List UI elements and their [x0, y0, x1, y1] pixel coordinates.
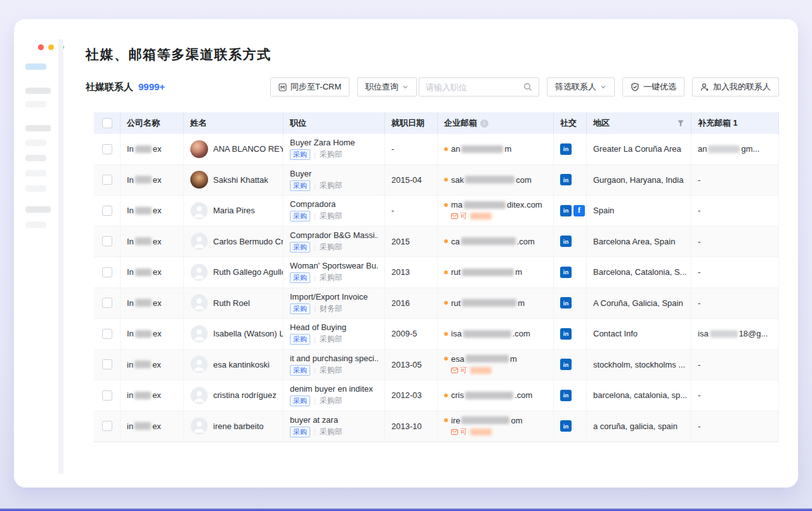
redacted-blur [462, 299, 516, 307]
redacted-blur [466, 355, 509, 362]
redacted-blur [461, 416, 509, 424]
one-click-optimize-button[interactable]: 一键优选 [622, 77, 684, 96]
start-date: - [391, 144, 394, 154]
list-label: 社媒联系人 [86, 81, 133, 93]
facebook-icon[interactable]: f [573, 205, 585, 216]
filter-button-label: 筛选联系人 [555, 81, 596, 93]
row-checkbox[interactable] [102, 175, 112, 185]
table-row: inexcristina rodríguezdenim buyer en ind… [94, 380, 779, 411]
search-icon[interactable] [523, 83, 532, 91]
redacted-blur [461, 237, 516, 245]
department-label: 财务部 [320, 303, 343, 314]
company-cell: Inex [121, 165, 184, 196]
contacts-table: 公司名称姓名职位就职日期企业邮箱i社交地区补充邮箱 1 InexANA BLAN… [94, 112, 779, 442]
row-select-cell [94, 380, 121, 411]
text-segment: ca [451, 237, 460, 246]
linkedin-icon[interactable]: in [560, 205, 572, 216]
department-label: 采购部 [320, 334, 343, 345]
position-tag: 采购 [290, 303, 310, 314]
text-segment: ex [152, 360, 161, 369]
text-segment: cris [451, 390, 464, 400]
row-checkbox[interactable] [102, 144, 112, 154]
text-segment: ex [153, 144, 162, 154]
email-cell: isa.com [438, 319, 554, 349]
row-checkbox[interactable] [102, 267, 112, 277]
email-text: ireom [451, 416, 523, 425]
sync-button-label: 同步至T-CRM [291, 81, 341, 93]
region-text: a coruña, galicia, spain [593, 421, 678, 431]
badge-check-icon [631, 83, 639, 91]
company-name: Inex [127, 329, 162, 338]
linkedin-icon[interactable]: in [560, 420, 572, 432]
company-name: Inex [127, 298, 162, 308]
linkedin-icon[interactable]: in [560, 143, 572, 155]
sync-to-crm-button[interactable]: 同步至T-CRM [270, 77, 350, 96]
company-cell: Inex [121, 196, 184, 226]
email-status-dot [444, 332, 448, 336]
extra-email-cell: - [691, 288, 779, 319]
select-all-checkbox[interactable] [102, 118, 112, 128]
email-line: anm [444, 144, 511, 154]
email-cell: ca.com [438, 227, 554, 257]
row-checkbox[interactable] [102, 390, 112, 401]
row-checkbox[interactable] [102, 298, 112, 308]
minimize-window-button[interactable] [48, 44, 54, 50]
close-window-button[interactable] [38, 44, 44, 50]
text-segment: m [510, 354, 517, 364]
page-title: 社媒、邮箱等多渠道联系方式 [86, 46, 779, 63]
contact-name: Ruth Roel [213, 298, 250, 308]
position-tags: 采购|采购部 [290, 149, 343, 160]
filter-icon[interactable] [677, 119, 684, 127]
position-tag: 采购 [290, 395, 310, 406]
row-select-cell [94, 350, 121, 380]
filter-contacts-button[interactable]: 筛选联系人 [547, 77, 615, 96]
region-cell: Contact Info [587, 319, 691, 349]
info-icon[interactable]: i [480, 119, 488, 128]
email-cell: rutm [438, 288, 554, 319]
row-checkbox[interactable] [102, 329, 112, 339]
row-checkbox[interactable] [102, 359, 112, 369]
redacted-blur [134, 361, 151, 368]
linkedin-icon[interactable]: in [560, 267, 572, 278]
email-status-dot [444, 357, 448, 361]
start-date: 2015-04 [391, 175, 422, 185]
optimize-button-label: 一键优选 [643, 81, 676, 93]
company-name: Inex [127, 267, 162, 277]
text-segment: ex [153, 175, 162, 185]
email-status-dot [444, 301, 448, 305]
position-tags: 采购|采购部 [290, 395, 343, 406]
linkedin-icon[interactable]: in [560, 236, 572, 247]
redacted-blur [710, 330, 738, 338]
linkedin-icon[interactable]: in [560, 359, 572, 370]
contact-name: cristina rodríguez [213, 390, 277, 400]
social-icons: in [560, 420, 572, 432]
add-to-contacts-button[interactable]: 加入我的联系人 [692, 77, 779, 96]
position-cell: denim buyer en inditex采购|采购部 [284, 380, 385, 411]
email-line: rutm [444, 267, 522, 277]
linkedin-icon[interactable]: in [560, 297, 572, 309]
row-checkbox[interactable] [102, 206, 112, 216]
table-row: InexANA BLANCO REYBuyer Zara Home采购|采购部-… [94, 134, 779, 165]
reachable-tag: 可 [451, 366, 493, 375]
social-icons: in [560, 359, 572, 370]
linkedin-icon[interactable]: in [560, 390, 572, 401]
row-checkbox[interactable] [102, 421, 112, 431]
row-select-cell [94, 257, 121, 288]
position-query-label: 职位查询 [365, 81, 398, 93]
text-segment: an [451, 144, 460, 154]
row-checkbox[interactable] [102, 236, 112, 246]
position-title: Woman' Sportswear Bu... [290, 261, 378, 270]
email-cell: esam可 [438, 350, 554, 380]
table-row: InexCarlos Bermudo Cr...Comprador B&G Ma… [94, 227, 779, 258]
column-header-email: 企业邮箱i [438, 112, 554, 134]
text-segment: om [511, 416, 522, 425]
social-cell: inf [554, 196, 587, 226]
linkedin-icon[interactable]: in [560, 174, 572, 185]
tag-divider: | [314, 428, 316, 435]
position-search-input[interactable] [426, 83, 518, 92]
email-line: maditex.com [444, 200, 542, 209]
chevron-down-icon [402, 84, 409, 90]
department-label: 采购部 [320, 242, 343, 253]
position-query-dropdown[interactable]: 职位查询 [357, 77, 417, 96]
linkedin-icon[interactable]: in [560, 328, 572, 340]
